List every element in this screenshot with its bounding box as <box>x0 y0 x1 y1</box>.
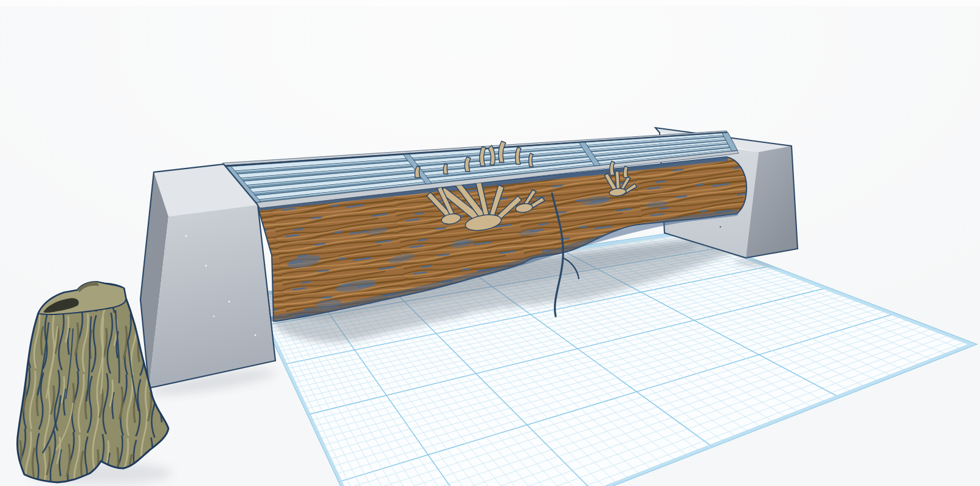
left-support-front-face <box>149 205 275 388</box>
branch-stub <box>443 164 448 174</box>
viewport-canvas[interactable] <box>0 0 980 486</box>
branch-stub <box>623 166 628 178</box>
3d-viewport[interactable] <box>0 0 980 486</box>
branch-finger <box>615 171 620 191</box>
right-support-speck <box>720 226 722 228</box>
